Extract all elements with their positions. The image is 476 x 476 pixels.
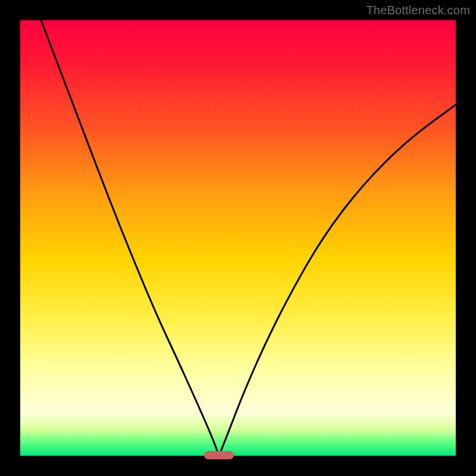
- left-curve: [41, 20, 219, 456]
- watermark-text: TheBottleneck.com: [366, 4, 470, 17]
- curves-layer: [20, 20, 456, 456]
- right-curve: [219, 105, 456, 456]
- bottleneck-marker: [204, 451, 234, 459]
- plot-area: [20, 20, 456, 456]
- chart-frame: TheBottleneck.com: [0, 0, 476, 476]
